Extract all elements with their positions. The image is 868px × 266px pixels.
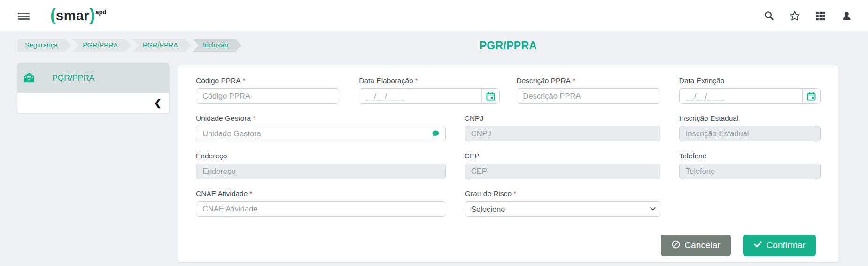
favorites-star-icon[interactable] [789, 10, 800, 22]
calendar-icon[interactable] [481, 89, 499, 103]
menu-hamburger-icon[interactable] [18, 13, 30, 20]
endereco-input [196, 164, 446, 179]
cnae-atividade-input[interactable] [196, 201, 446, 217]
breadcrumb-item-inclusao[interactable]: Inclusão [193, 39, 241, 52]
field-cnpj: CNPJ [465, 114, 660, 141]
breadcrumb-item-pgr-ppra-2[interactable]: PGR/PPRA [132, 39, 191, 52]
app-logo[interactable]: ( smar ) apd [50, 6, 106, 25]
chevron-left-collapse-icon[interactable]: ❮ [154, 98, 162, 107]
confirm-button[interactable]: Confirmar [743, 235, 816, 256]
required-asterisk: * [573, 77, 575, 85]
required-asterisk: * [249, 189, 252, 197]
inscricao-estadual-input [679, 126, 821, 141]
unidade-gestora-wrap [196, 126, 446, 141]
grau-de-risco-wrap: Selecione [465, 201, 661, 217]
field-inscricao-estadual: Inscrição Estadual [679, 114, 821, 141]
required-asterisk: * [243, 77, 246, 85]
field-endereco: Endereço [196, 152, 446, 179]
open-envelope-icon [23, 72, 35, 84]
app-window: ( smar ) apd [0, 0, 868, 266]
logo-text: smar [56, 6, 89, 25]
pgr-ppra-form-card: Código PPRA* Data Elaboração* Descrição … [178, 65, 839, 262]
cancel-prohibit-icon [671, 240, 681, 251]
field-telefone: Telefone [679, 152, 821, 179]
required-asterisk: * [513, 189, 516, 197]
codigo-ppra-input[interactable] [196, 88, 339, 104]
field-label: Código PPRA* [196, 77, 339, 85]
cep-input [465, 164, 660, 179]
cancel-button[interactable]: Cancelar [661, 235, 731, 256]
search-icon[interactable] [763, 10, 775, 22]
field-label: Endereço [196, 152, 446, 160]
header-actions [763, 0, 852, 31]
user-account-icon[interactable] [841, 10, 852, 22]
form-row-3: Endereço CEP Telefone [196, 152, 821, 179]
sidebar-footer: ❮ [17, 93, 169, 113]
logo-paren-close: ) [89, 6, 95, 24]
field-grau-de-risco: Grau de Risco* Selecione [465, 189, 661, 217]
sidebar-item-label: PGR/PPRA [52, 73, 94, 83]
top-navbar: ( smar ) apd [0, 0, 868, 31]
telefone-input [679, 164, 821, 179]
breadcrumb: Segurança PGR/PPRA PGR/PPRA Inclusão [17, 39, 243, 52]
calendar-icon[interactable] [802, 89, 820, 103]
field-cep: CEP [465, 152, 660, 179]
required-asterisk: * [415, 77, 418, 85]
field-label: Unidade Gestora* [196, 114, 446, 123]
breadcrumb-item-seguranca[interactable]: Segurança [17, 39, 71, 52]
field-label: Data Elaboração* [359, 77, 499, 85]
page-title: PGR/PPRA [480, 39, 537, 52]
logo-paren-open: ( [50, 6, 56, 24]
form-row-2: Unidade Gestora* CNPJ Inscrição Estadual [196, 114, 821, 141]
breadcrumb-item-pgr-ppra-1[interactable]: PGR/PPRA [72, 39, 131, 52]
required-asterisk: * [253, 114, 256, 122]
data-elaboracao-group [359, 88, 499, 104]
field-unidade-gestora: Unidade Gestora* [196, 114, 446, 141]
field-label: CEP [465, 152, 660, 160]
data-elaboracao-input[interactable] [359, 89, 481, 103]
field-data-extincao: Data Extinção [679, 77, 821, 104]
field-data-elaboracao: Data Elaboração* [359, 77, 499, 104]
field-label: Inscrição Estadual [679, 114, 821, 123]
form-row-4: CNAE Atividade* Grau de Risco* Selecione [196, 189, 821, 217]
field-descricao-ppra: Descrição PPRA* [517, 77, 660, 104]
comment-bubble-icon[interactable] [431, 129, 440, 138]
field-codigo-ppra: Código PPRA* [196, 77, 339, 104]
field-cnae-atividade: CNAE Atividade* [196, 189, 446, 217]
data-extincao-input[interactable] [680, 89, 802, 103]
data-extincao-group [679, 88, 821, 104]
field-label: Descrição PPRA* [517, 77, 660, 85]
descricao-ppra-input[interactable] [517, 88, 660, 104]
field-label: CNPJ [465, 114, 660, 123]
cancel-button-label: Cancelar [685, 240, 721, 250]
sidebar-item-pgr-ppra[interactable]: PGR/PPRA [17, 63, 169, 93]
field-label: Telefone [679, 152, 821, 160]
form-actions: Cancelar Confirmar [196, 235, 821, 256]
logo-superscript: apd [95, 8, 106, 16]
apps-grid-icon[interactable] [815, 10, 826, 22]
sidebar-panel: PGR/PPRA ❮ [17, 63, 169, 113]
confirm-check-icon [753, 240, 762, 251]
field-label: CNAE Atividade* [196, 189, 446, 198]
grau-de-risco-select[interactable]: Selecione [465, 201, 661, 217]
field-label: Data Extinção [679, 77, 821, 85]
confirm-button-label: Confirmar [767, 240, 806, 250]
unidade-gestora-input[interactable] [196, 126, 446, 141]
cnpj-input [465, 126, 660, 141]
form-row-1: Código PPRA* Data Elaboração* Descrição … [196, 77, 821, 104]
field-label: Grau de Risco* [465, 189, 661, 198]
